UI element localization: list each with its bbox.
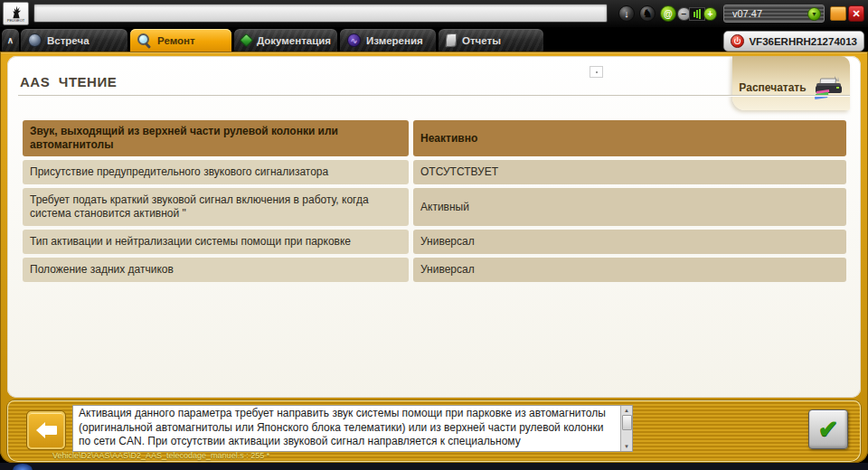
- caret-glyph: ∧: [7, 35, 14, 45]
- scroll-up-icon[interactable]: ▲: [624, 406, 629, 415]
- version-label: v07.47: [732, 8, 762, 19]
- gem-icon: [240, 33, 254, 48]
- close-button[interactable]: ✕: [848, 5, 864, 22]
- minimize-button[interactable]: [830, 6, 846, 21]
- stray-checkbox: [590, 66, 603, 78]
- app-window: PEUGEOT ↓ ♞ @ − + v07.47: [0, 0, 868, 470]
- tab-documentation[interactable]: Документация: [234, 29, 337, 52]
- bottom-edge-strip: [0, 463, 868, 470]
- version-go-button[interactable]: ▼: [807, 7, 821, 21]
- waveform-icon: ∿: [347, 33, 361, 47]
- back-button[interactable]: [27, 411, 65, 449]
- title-bar: PEUGEOT ↓ ♞ @ − + v07.47: [0, 0, 868, 27]
- at-icon[interactable]: @: [660, 5, 676, 22]
- title-bar-strip: [33, 4, 608, 23]
- parameter-table: Звук, выходящий из верхней части рулевой…: [23, 120, 846, 282]
- content-panel: Распечатать AAS ЧТЕНИЕ Звук, выходящий и: [7, 56, 861, 398]
- table-row-value[interactable]: ОТСУТСТВУЕТ: [413, 160, 846, 184]
- scroll-down-icon[interactable]: ▼: [624, 442, 629, 451]
- report-icon: [445, 33, 457, 48]
- peugeot-lion-icon: [8, 5, 24, 19]
- tab-label: Измерения: [366, 35, 423, 46]
- power-icon: [731, 34, 744, 48]
- table-header-param: Звук, выходящий из верхней части рулевой…: [23, 120, 409, 156]
- table-row-param: Присутствие предупредительного звукового…: [23, 160, 409, 184]
- page-title: AAS ЧТЕНИЕ: [20, 74, 117, 89]
- status-path: Vehicle\D2\AAS\AAS\D2_AAS_telecodage_man…: [52, 451, 269, 460]
- taskbar-glow: [13, 464, 33, 470]
- table-row-param: Требует подать краткий звуковой сигнал в…: [23, 188, 409, 226]
- version-panel: v07.47 ▼: [723, 5, 825, 23]
- content-frame: Распечатать AAS ЧТЕНИЕ Звук, выходящий и: [0, 52, 868, 463]
- tab-label: Документация: [257, 35, 331, 46]
- magnifier-icon: [137, 33, 152, 48]
- confirm-button[interactable]: ✔: [808, 409, 848, 449]
- title-divider: [18, 95, 850, 97]
- tab-meeting[interactable]: Встреча: [21, 29, 127, 52]
- table-row-param: Положение задних датчиков: [23, 258, 409, 282]
- table-row-value[interactable]: Активный: [413, 188, 846, 226]
- table-row-value[interactable]: Универсал: [413, 230, 846, 254]
- footer-bar: Активация данного параметра требует напр…: [7, 400, 861, 462]
- tab-measurements[interactable]: ∿ Измерения: [340, 29, 436, 52]
- table-row-param: Тип активации и нейтрализации системы по…: [23, 230, 409, 254]
- download-icon[interactable]: ↓: [618, 5, 635, 22]
- checkmark-icon: ✔: [818, 415, 839, 444]
- tab-label: Отчеты: [462, 35, 501, 46]
- print-label: Распечатать: [739, 81, 806, 94]
- tab-bar: ∧ Встреча Ремонт Документация ∿ Измерени…: [0, 27, 868, 52]
- tab-label: Встреча: [47, 35, 90, 46]
- tab-collapse-caret[interactable]: ∧: [2, 29, 19, 52]
- down-arrow-glyph: ↓: [624, 8, 629, 19]
- volume-control: − +: [677, 6, 717, 22]
- lion-glyph: ♞: [643, 7, 653, 20]
- print-button[interactable]: Распечатать: [732, 56, 850, 110]
- peugeot-logo: PEUGEOT: [3, 2, 29, 25]
- tab-label: Ремонт: [157, 35, 195, 46]
- at-glyph: @: [664, 9, 673, 19]
- volume-plus-button[interactable]: +: [703, 7, 717, 21]
- close-icon: ✕: [852, 8, 860, 20]
- tab-repair[interactable]: Ремонт: [130, 29, 231, 52]
- info-scrollbar[interactable]: ▲ ▼: [620, 406, 632, 451]
- tab-reports[interactable]: Отчеты: [439, 29, 543, 52]
- vin-number: VF36ERHRH21274013: [749, 36, 857, 47]
- info-text: Активация данного параметра требует напр…: [73, 406, 620, 451]
- back-arrow-icon: [36, 426, 57, 435]
- globe-icon: [28, 33, 42, 47]
- scroll-thumb[interactable]: [622, 415, 632, 430]
- vin-badge[interactable]: VF36ERHRH21274013: [723, 31, 864, 52]
- lion-badge-icon[interactable]: ♞: [639, 5, 656, 22]
- table-header-value: Неактивно: [413, 120, 846, 156]
- info-box: Активация данного параметра требует напр…: [72, 405, 633, 452]
- peugeot-logo-text: PEUGEOT: [7, 19, 25, 23]
- table-row-value[interactable]: Универсал: [413, 258, 846, 282]
